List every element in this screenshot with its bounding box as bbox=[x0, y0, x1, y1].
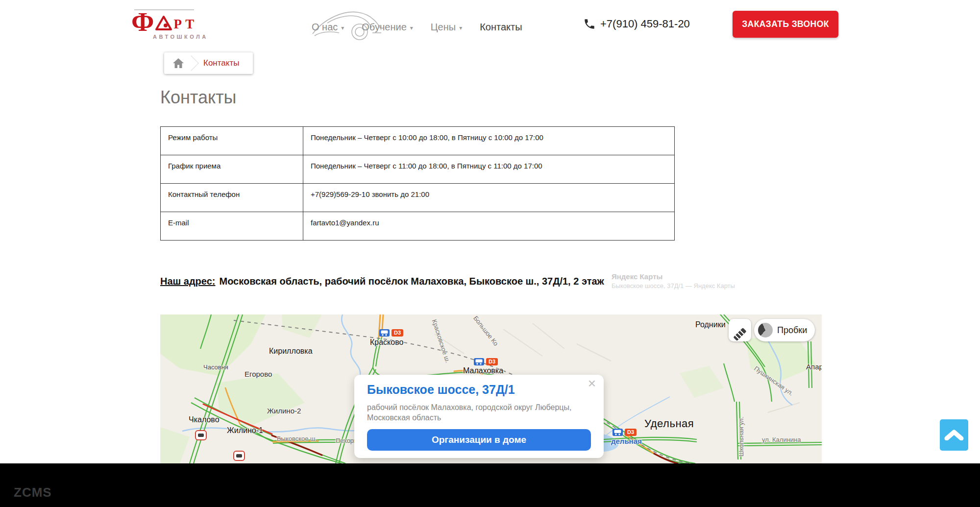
order-call-button[interactable]: ЗАКАЗАТЬ ЗВОНОК bbox=[733, 11, 838, 38]
ruler-button[interactable] bbox=[729, 319, 751, 341]
breadcrumb: Контакты bbox=[164, 52, 253, 74]
ghost-line-1: Яндекс Карты bbox=[612, 272, 735, 281]
map-label: Жилино-1 bbox=[227, 426, 263, 435]
driving-school-triangle-icon bbox=[155, 15, 172, 31]
logo-letter-f: Ф bbox=[131, 10, 154, 34]
row-label: Контактный телефон bbox=[161, 184, 303, 212]
nav-label: Обучение bbox=[362, 22, 406, 33]
organizations-button[interactable]: Организации в доме bbox=[367, 429, 591, 451]
row-value: Понедельник – Четверг с 10:00 до 18:00, … bbox=[303, 127, 675, 155]
contacts-table: Режим работы Понедельник – Четверг с 10:… bbox=[160, 126, 675, 241]
nav-item-education[interactable]: Обучение ▾ bbox=[362, 22, 413, 33]
address-line: Наш адрес:Московская область, рабочий по… bbox=[160, 276, 604, 287]
yandex-map[interactable]: Часовня Егорово Кирилловка Красково Мала… bbox=[160, 314, 822, 463]
popup-subtitle: рабочий посёлок Малаховка, городской окр… bbox=[367, 402, 578, 423]
table-row: Режим работы Понедельник – Четверг с 10:… bbox=[161, 127, 675, 155]
popup-title[interactable]: Быковское шоссе, 37Д/1 bbox=[367, 383, 515, 397]
yandex-ghost-text: Яндекс Карты Быковское шоссе, 37Д/1 — Ян… bbox=[612, 272, 735, 290]
map-label: Быковское ш. bbox=[277, 435, 317, 442]
main-nav: О нас ▾ Обучение ▾ Цены ▾ Контакты bbox=[312, 22, 522, 33]
map-label: Красково bbox=[370, 338, 403, 347]
map-label-station: дельная bbox=[611, 437, 642, 445]
map-label: ул. Калинина bbox=[762, 436, 801, 443]
chevron-down-icon: ▾ bbox=[459, 23, 462, 31]
logo[interactable]: Ф РТ АВТОШКОЛА bbox=[128, 2, 261, 46]
station-malakhovka-badges: D3 bbox=[474, 358, 498, 365]
nav-item-about[interactable]: О нас ▾ bbox=[312, 22, 344, 33]
traffic-camera-icon bbox=[195, 430, 207, 440]
map-label: Малаховка bbox=[463, 366, 503, 375]
row-label: Режим работы bbox=[161, 127, 303, 155]
logo-letters-rt: РТ bbox=[173, 18, 197, 31]
train-station-icon bbox=[379, 329, 390, 337]
chevron-up-icon bbox=[944, 430, 964, 440]
home-icon bbox=[172, 58, 184, 69]
traffic-toggle-button[interactable]: Пробки bbox=[754, 319, 815, 341]
map-label: Жилино-2 bbox=[267, 407, 301, 415]
traffic-camera-icon bbox=[233, 451, 245, 461]
logo-subtitle: АВТОШКОЛА bbox=[153, 34, 208, 40]
nav-label: О нас bbox=[312, 22, 338, 33]
map-label: Егорово bbox=[245, 370, 272, 378]
map-label: Часовня bbox=[203, 363, 228, 371]
address-value: Московская область, рабочий посёлок Мала… bbox=[219, 276, 604, 287]
footer-brand[interactable]: ZCMS bbox=[14, 485, 52, 500]
chevron-down-icon: ▾ bbox=[410, 23, 413, 31]
phone-icon bbox=[583, 18, 596, 30]
map-label: Удельная bbox=[644, 417, 694, 430]
footer: ZCMS bbox=[0, 463, 980, 507]
nav-item-prices[interactable]: Цены ▾ bbox=[431, 22, 462, 33]
chevron-down-icon: ▾ bbox=[341, 23, 344, 31]
traffic-icon bbox=[758, 323, 773, 338]
d3-line-badge: D3 bbox=[625, 429, 637, 436]
map-label: Апар bbox=[806, 362, 822, 371]
station-krasovo-badges: D3 bbox=[379, 329, 403, 337]
map-label: Школьная ул. bbox=[737, 416, 745, 457]
nav-label: Цены bbox=[431, 22, 456, 33]
station-udelnaya-badges: D3 bbox=[612, 429, 637, 436]
page-root: Ф РТ АВТОШКОЛА bbox=[0, 0, 980, 507]
row-value: +7(929)569-29-10 звонить до 21:00 bbox=[303, 184, 675, 212]
table-row: Контактный телефон +7(929)569-29-10 звон… bbox=[161, 184, 675, 212]
row-label: График приема bbox=[161, 155, 303, 184]
address-label: Наш адрес: bbox=[160, 276, 215, 287]
map-label: Кирилловка bbox=[269, 347, 313, 356]
ghost-line-2: Быковское шоссе, 37Д/1 — Яндекс Карты bbox=[612, 282, 735, 290]
phone-number: +7(910) 459-81-20 bbox=[600, 18, 690, 30]
nav-label: Контакты bbox=[480, 22, 522, 33]
map-label: Родники bbox=[695, 320, 726, 329]
row-value: fartavto1@yandex.ru bbox=[303, 212, 675, 241]
row-value: Понедельник – Четверг с 11:00 до 18:00, … bbox=[303, 155, 675, 184]
nav-item-contacts[interactable]: Контакты bbox=[480, 22, 522, 33]
map-popup: Быковское шоссе, 37Д/1 рабочий посёлок М… bbox=[354, 375, 604, 458]
map-label: Чкалово bbox=[189, 415, 220, 424]
close-icon[interactable]: × bbox=[588, 377, 596, 390]
table-row: График приема Понедельник – Четверг с 11… bbox=[161, 155, 675, 184]
breadcrumb-current: Контакты bbox=[192, 58, 253, 68]
traffic-toggle-label: Пробки bbox=[777, 325, 807, 336]
train-station-icon bbox=[612, 429, 623, 436]
row-label: E-mail bbox=[161, 212, 303, 241]
scroll-to-top-button[interactable] bbox=[940, 419, 968, 451]
page-title: Контакты bbox=[160, 87, 237, 108]
d3-line-badge: D3 bbox=[392, 329, 403, 337]
table-row: E-mail fartavto1@yandex.ru bbox=[161, 212, 675, 241]
train-station-icon bbox=[474, 358, 484, 365]
phone-link[interactable]: +7(910) 459-81-20 bbox=[583, 18, 690, 30]
ruler-icon bbox=[733, 328, 747, 341]
d3-line-badge: D3 bbox=[486, 358, 498, 365]
